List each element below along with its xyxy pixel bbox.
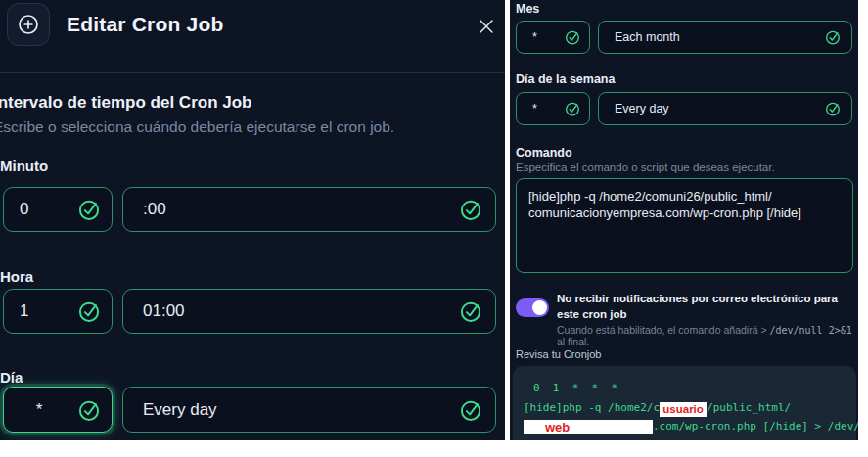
check-circle-icon	[458, 298, 483, 324]
cron-command-line-1: [hide]php -q /home2/cusuario/public_html…	[524, 398, 846, 418]
weekday-label: Día de la semana	[516, 72, 615, 86]
minute-label: Minuto	[0, 158, 48, 174]
cron-line2-prefix: [hide]php -q /home2/c	[524, 401, 660, 414]
cron-modal-lower-panel: Mes Día de la semana Comando Especifica …	[510, 0, 858, 440]
day-value-field[interactable]	[20, 400, 59, 420]
header-divider	[0, 72, 505, 73]
month-display-field[interactable]	[615, 30, 824, 44]
check-circle-icon	[76, 397, 102, 423]
command-textarea[interactable]: [hide]php -q /home2/comuni26/public_html…	[516, 178, 853, 273]
redaction-usuario: usuario	[660, 402, 707, 417]
help-devnull-code: /dev/null 2>&1	[769, 325, 851, 336]
hour-display-input[interactable]	[122, 289, 496, 334]
check-circle-icon	[564, 28, 581, 46]
month-label: Mes	[516, 2, 539, 16]
check-circle-icon	[458, 397, 483, 423]
cron-command-line-3: null 2>&1	[524, 436, 846, 441]
cron-schedule-line: 0 1 * * *	[524, 379, 846, 398]
day-display-input[interactable]	[122, 387, 496, 433]
check-circle-icon	[564, 100, 581, 117]
help-prefix: Cuando está habilitado, el comando añadi…	[557, 324, 769, 336]
cronjob-preview-box: 0 1 * * * [hide]php -q /home2/cusuario/p…	[513, 366, 856, 440]
day-value-input[interactable]	[3, 387, 113, 433]
modal-title: Editar Cron Job	[67, 13, 224, 36]
hour-value-input[interactable]	[3, 289, 113, 334]
check-circle-icon	[458, 197, 483, 222]
minute-value-input[interactable]	[3, 187, 113, 232]
hour-label: Hora	[0, 268, 33, 285]
hour-value-field[interactable]	[20, 301, 76, 321]
hour-display-field[interactable]	[143, 301, 458, 321]
interval-section-title: Intervalo de tiempo del Cron Job	[0, 93, 251, 113]
preview-label: Revisa tu Cronjob	[516, 348, 601, 360]
email-notifications-help: Cuando está habilitado, el comando añadi…	[557, 324, 856, 347]
cron-modal-upper-panel: Editar Cron Job Intervalo de tiempo del …	[0, 0, 505, 440]
close-icon[interactable]	[476, 16, 497, 37]
cron-line3-suffix: .com/wp-cron.php [/hide] > /dev/	[653, 420, 858, 433]
month-display-input[interactable]	[598, 21, 852, 54]
minute-display-input[interactable]	[122, 187, 496, 232]
add-cron-button[interactable]	[7, 3, 50, 46]
minute-display-field[interactable]	[143, 200, 458, 219]
day-display-field[interactable]	[143, 400, 458, 420]
redaction-web: web	[524, 420, 653, 434]
weekday-value-field[interactable]	[532, 102, 564, 115]
month-value-field[interactable]	[532, 30, 564, 44]
email-notifications-label: No recibir notificaciones por correo ele…	[557, 291, 858, 322]
cron-command-line-2: web.com/wp-cron.php [/hide] > /dev/	[524, 417, 846, 436]
command-help: Especifica el comando o script que desea…	[516, 161, 775, 173]
email-notifications-toggle[interactable]	[516, 298, 549, 317]
check-circle-icon	[824, 100, 842, 117]
weekday-display-input[interactable]	[598, 92, 852, 125]
weekday-display-field[interactable]	[615, 102, 824, 115]
check-circle-icon	[824, 28, 842, 46]
help-suffix: al final.	[557, 336, 589, 347]
check-circle-icon	[76, 197, 102, 222]
cron-line2-suffix: /public_html/	[707, 401, 791, 414]
plus-circle-icon	[17, 13, 40, 36]
check-circle-icon	[76, 298, 102, 324]
month-value-input[interactable]	[516, 21, 590, 54]
day-label: Día	[0, 369, 23, 386]
toggle-knob	[532, 300, 547, 315]
minute-value-field[interactable]	[20, 200, 76, 219]
command-label: Comando	[516, 146, 572, 160]
interval-section-subtitle: Escribe o selecciona cuándo debería ejec…	[0, 118, 394, 136]
weekday-value-input[interactable]	[516, 92, 590, 125]
